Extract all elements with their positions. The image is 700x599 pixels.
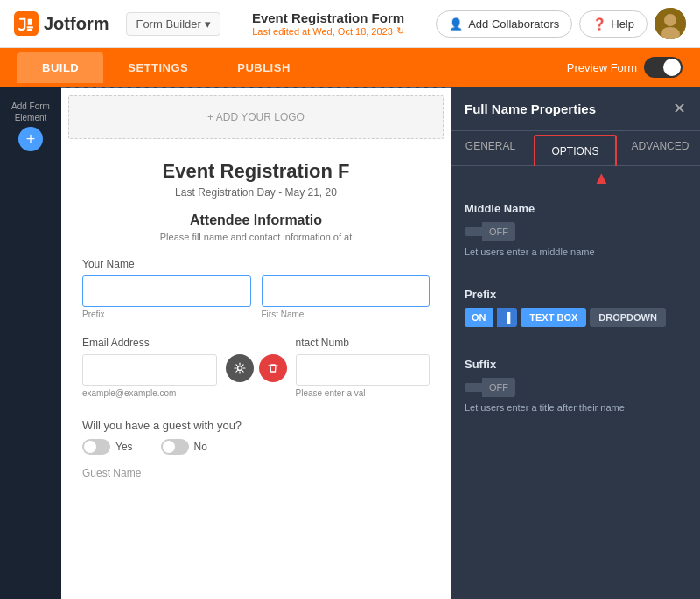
main-area: Add Form Element + + ADD YOUR LOGO Event…: [0, 87, 700, 599]
your-name-field-group: Your Name Prefix First Name: [61, 249, 451, 328]
add-form-element-button[interactable]: Add Form Element +: [0, 101, 61, 151]
tab-settings[interactable]: SETTINGS: [103, 52, 213, 83]
first-name-field-wrapper: First Name: [262, 275, 430, 319]
question-icon: ❓: [592, 17, 606, 31]
help-button[interactable]: ❓ Help: [579, 10, 648, 38]
field-action-buttons: [226, 354, 287, 382]
prefix-toggle-right[interactable]: ▐: [497, 308, 518, 327]
email-phone-group: Email Address example@example.com: [61, 328, 451, 410]
first-name-sublabel: First Name: [262, 310, 430, 319]
form-canvas-inner: + ADD YOUR LOGO Event Registration F Las…: [61, 88, 451, 599]
avatar-image: [654, 8, 686, 39]
logo-area: Jotform: [14, 11, 108, 36]
suffix-section: Suffix OFF Let users enter a title after…: [465, 358, 686, 413]
add-collaborators-label: Add Collaborators: [468, 17, 559, 31]
no-toggle[interactable]: [161, 439, 189, 455]
divider-2: [465, 345, 686, 345]
trash-icon: [267, 362, 279, 374]
tab-options[interactable]: OPTIONS: [534, 135, 617, 166]
center-title: Event Registration Form Last edited at W…: [231, 10, 425, 37]
section-desc: Please fill name and contact information…: [82, 232, 430, 242]
add-collaborators-button[interactable]: 👤 Add Collaborators: [436, 10, 572, 38]
jotform-logo-icon: [14, 11, 38, 36]
middle-name-desc: Let users enter a middle name: [465, 247, 686, 257]
panel-header: Full Name Properties ✕: [451, 87, 700, 131]
user-avatar[interactable]: [654, 8, 686, 39]
suffix-desc: Let users enter a title after their name: [465, 402, 686, 413]
prefix-prop-label: Prefix: [465, 288, 686, 301]
no-label: No: [194, 441, 207, 453]
form-builder-button[interactable]: Form Builder ▾: [126, 12, 220, 36]
top-navbar: Jotform Form Builder ▾ Event Registratio…: [0, 0, 700, 48]
help-label: Help: [611, 17, 634, 31]
yes-toggle[interactable]: [82, 439, 110, 455]
preview-toggle[interactable]: [644, 57, 682, 78]
preview-form-label: Preview Form: [567, 61, 637, 74]
gear-button[interactable]: [226, 354, 254, 382]
phone-label: ntact Numb: [296, 337, 430, 349]
first-name-input[interactable]: [262, 275, 430, 307]
tab-bar: BUILD SETTINGS PUBLISH Preview Form: [0, 48, 700, 87]
email-label: Email Address: [82, 337, 217, 349]
middle-name-toggle-button[interactable]: [465, 227, 482, 236]
tab-publish[interactable]: PUBLISH: [213, 52, 315, 83]
guest-question-text: Will you have a guest with you?: [82, 419, 430, 432]
panel-title: Full Name Properties: [465, 101, 596, 116]
middle-name-section: Middle Name OFF Let users enter a middle…: [465, 202, 686, 257]
chevron-down-icon: ▾: [205, 17, 211, 31]
suffix-toggle-button[interactable]: [465, 383, 482, 392]
add-form-element-label: Add Form Element: [0, 101, 61, 123]
last-edited-label: Last edited at Wed, Oct 18, 2023: [252, 26, 393, 37]
preview-form-area: Preview Form: [567, 57, 682, 78]
middle-name-off-text: OFF: [482, 222, 515, 241]
form-main-title: Event Registration F: [82, 160, 430, 183]
suffix-label: Suffix: [465, 358, 686, 371]
name-input-row: Prefix First Name: [82, 275, 430, 319]
section-title: Attendee Informatio: [82, 212, 430, 228]
phone-field-wrapper: ntact Numb Please enter a val: [296, 337, 430, 398]
logo-placeholder: + ADD YOUR LOGO: [68, 95, 444, 139]
phone-input[interactable]: [296, 354, 430, 386]
prefix-on-button[interactable]: ON: [465, 308, 494, 327]
right-panel: Full Name Properties ✕ GENERAL OPTIONS A…: [451, 87, 700, 599]
delete-button[interactable]: [259, 354, 287, 382]
panel-tabs: GENERAL OPTIONS ADVANCED: [451, 131, 700, 166]
svg-point-2: [664, 14, 676, 26]
toggle-knob: [663, 59, 681, 76]
tab-advanced[interactable]: ADVANCED: [620, 131, 700, 165]
svg-point-4: [237, 366, 242, 371]
prefix-dropdown-button[interactable]: DROPDOWN: [590, 308, 666, 327]
email-field-wrapper: Email Address example@example.com: [82, 337, 217, 398]
form-subtitle: Last Registration Day - May 21, 20: [82, 186, 430, 199]
svg-rect-0: [14, 11, 38, 36]
email-input[interactable]: [82, 354, 217, 386]
user-plus-icon: 👤: [449, 17, 463, 31]
close-button[interactable]: ✕: [673, 99, 686, 118]
prefix-section: Prefix ON ▐ TEXT BOX DROPDOWN: [465, 288, 686, 327]
prefix-field-wrapper: Prefix: [82, 275, 251, 319]
middle-name-toggle: OFF: [465, 222, 686, 241]
panel-body: Middle Name OFF Let users enter a middle…: [451, 190, 700, 599]
prefix-textbox-button[interactable]: TEXT BOX: [521, 308, 586, 327]
no-toggle-knob: [163, 441, 175, 453]
tab-build[interactable]: BUILD: [18, 52, 103, 83]
red-arrow-indicator: ▲: [477, 166, 700, 190]
yes-toggle-group: Yes: [82, 439, 133, 455]
plus-icon: +: [18, 127, 43, 151]
logo-text: Jotform: [44, 14, 108, 34]
email-placeholder-text: example@example.com: [82, 388, 217, 398]
divider-1: [465, 275, 686, 275]
guest-name-label: Guest Name: [61, 463, 451, 483]
left-sidebar: Add Form Element +: [0, 87, 61, 599]
suffix-toggle: OFF: [465, 378, 686, 397]
prefix-input[interactable]: [82, 275, 251, 307]
form-canvas: + ADD YOUR LOGO Event Registration F Las…: [61, 87, 451, 599]
tab-general[interactable]: GENERAL: [451, 131, 530, 165]
yes-toggle-knob: [84, 441, 96, 453]
phone-sublabel: Please enter a val: [296, 388, 430, 398]
refresh-icon: ↻: [396, 25, 404, 37]
form-section-attendee: Attendee Informatio Please fill name and…: [61, 205, 451, 249]
guest-question-group: Will you have a guest with you? Yes No: [61, 410, 451, 463]
no-toggle-group: No: [161, 439, 207, 455]
form-header: Event Registration F Last Registration D…: [61, 146, 451, 205]
